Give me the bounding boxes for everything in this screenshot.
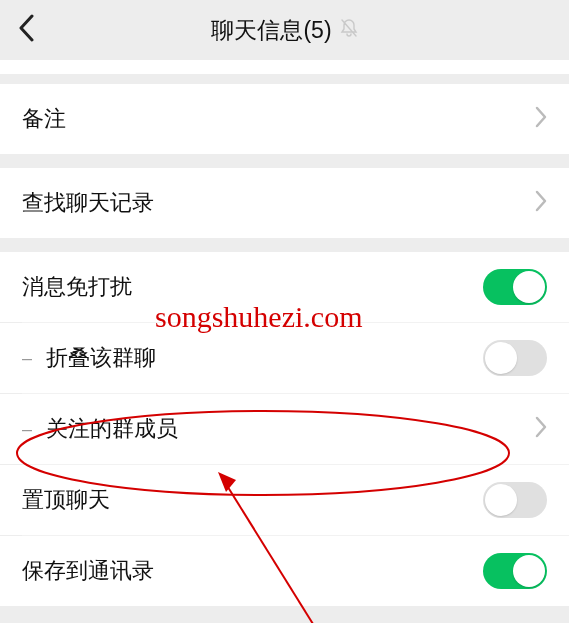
dash-icon: – <box>22 419 32 440</box>
row-pin-chat[interactable]: 置顶聊天 <box>0 465 569 535</box>
header-title-wrap: 聊天信息(5) <box>0 15 569 46</box>
chevron-right-icon <box>535 190 547 216</box>
section-gap <box>0 154 569 168</box>
toggle-knob <box>485 342 517 374</box>
section-gap <box>0 238 569 252</box>
back-button[interactable] <box>18 14 34 46</box>
chevron-right-icon <box>535 106 547 132</box>
spacer <box>0 60 569 74</box>
row-label: 折叠该群聊 <box>46 343 156 373</box>
chevron-right-icon <box>535 416 547 442</box>
row-followed-members[interactable]: – 关注的群成员 <box>0 394 569 464</box>
toggle-mute[interactable] <box>483 269 547 305</box>
page-title: 聊天信息(5) <box>211 15 331 46</box>
toggle-knob <box>513 271 545 303</box>
toggle-knob <box>513 555 545 587</box>
row-label: 消息免打扰 <box>22 272 132 302</box>
chevron-left-icon <box>18 14 34 42</box>
toggle-save[interactable] <box>483 553 547 589</box>
row-mute-notifications[interactable]: 消息免打扰 <box>0 252 569 322</box>
row-search-history[interactable]: 查找聊天记录 <box>0 168 569 238</box>
row-save-to-contacts[interactable]: 保存到通讯录 <box>0 536 569 606</box>
row-label: 查找聊天记录 <box>22 188 154 218</box>
row-remark[interactable]: 备注 <box>0 84 569 154</box>
row-label: 备注 <box>22 104 66 134</box>
row-label: 保存到通讯录 <box>22 556 154 586</box>
row-collapse-group[interactable]: – 折叠该群聊 <box>0 323 569 393</box>
section-gap <box>0 74 569 84</box>
toggle-knob <box>485 484 517 516</box>
toggle-pin[interactable] <box>483 482 547 518</box>
toggle-collapse[interactable] <box>483 340 547 376</box>
row-label: 置顶聊天 <box>22 485 110 515</box>
bell-off-icon <box>340 18 358 42</box>
row-label: 关注的群成员 <box>46 414 178 444</box>
dash-icon: – <box>22 348 32 369</box>
header-bar: 聊天信息(5) <box>0 0 569 60</box>
